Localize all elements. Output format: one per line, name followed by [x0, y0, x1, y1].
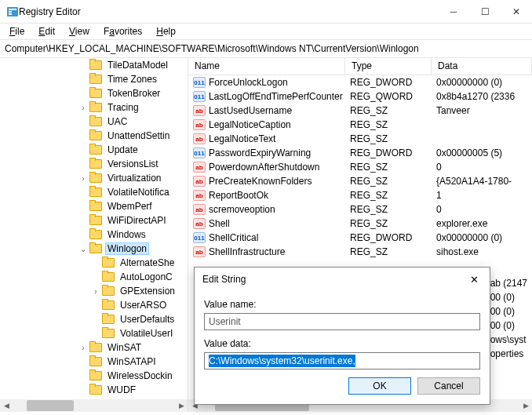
menu-edit[interactable]: Edit [32, 24, 61, 38]
value-data: sihost.exe [432, 245, 532, 259]
tree-item[interactable]: ›UserDefaults [0, 312, 188, 326]
value-row[interactable]: abLegalNoticeCaptionREG_SZ [188, 118, 532, 132]
value-row[interactable]: abReportBootOkREG_SZ1 [188, 188, 532, 202]
tree-item[interactable]: ›Time Zones [0, 72, 188, 86]
value-name: ShellInfrastructure [209, 246, 285, 257]
scroll-right-icon[interactable]: ▶ [175, 402, 188, 410]
value-row[interactable]: 011ForceUnlockLogonREG_DWORD0x00000000 (… [188, 75, 532, 89]
value-row[interactable]: abLegalNoticeTextREG_SZ [188, 132, 532, 146]
value-type: REG_SZ [345, 174, 432, 188]
tree-item[interactable]: ›AlternateShe [0, 256, 188, 270]
tree-item-label: TileDataModel [105, 59, 170, 71]
tree-hscrollbar[interactable]: ◀ ▶ [0, 399, 188, 412]
tree-item[interactable]: ⌄Winlogon [0, 242, 188, 256]
chevron-right-icon[interactable]: › [78, 104, 88, 112]
tree-item-label: Update [105, 144, 140, 156]
value-row[interactable]: abPreCreateKnownFoldersREG_SZ{A520A1A4-1… [188, 174, 532, 188]
tree-item[interactable]: ›VolatileUserI [0, 326, 188, 340]
tree-item-label: AutoLogonC [118, 271, 175, 283]
value-row[interactable]: 011PasswordExpiryWarningREG_DWORD0x00000… [188, 146, 532, 160]
value-name: PasswordExpiryWarning [209, 147, 311, 158]
value-name-input[interactable]: Userinit [204, 313, 480, 330]
value-name-label: Value name: [204, 299, 480, 310]
value-row[interactable]: abscremoveoptionREG_SZ0 [188, 202, 532, 217]
tree-item[interactable]: ›WinSATAPI [0, 355, 188, 369]
tree-item[interactable]: ›Update [0, 143, 188, 157]
string-value-icon: ab [193, 204, 206, 215]
value-row[interactable]: 011ShellCriticalREG_DWORD0x00000000 (0) [188, 231, 532, 245]
scroll-left-icon[interactable]: ◀ [0, 402, 13, 410]
column-name[interactable]: Name [188, 58, 345, 75]
tree-item[interactable]: ›Windows [0, 228, 188, 242]
scroll-right-icon[interactable]: ▶ [519, 402, 532, 410]
tree-item-label: Winlogon [105, 242, 149, 255]
value-name: LegalNoticeText [209, 133, 275, 144]
cancel-button[interactable]: Cancel [417, 377, 480, 395]
tree-item[interactable]: ›AutoLogonC [0, 270, 188, 284]
obscured-fragment: ows\syst [490, 333, 527, 347]
tree-item[interactable]: ›WinSAT [0, 340, 188, 355]
folder-icon [89, 385, 102, 395]
ok-button[interactable]: OK [348, 377, 411, 395]
menu-help[interactable]: Help [150, 24, 182, 38]
chevron-down-icon[interactable]: ⌄ [78, 245, 88, 253]
tree-item-label: VolatileNotifica [105, 186, 172, 198]
dialog-close-icon[interactable]: ✕ [463, 274, 485, 286]
tree-item[interactable]: ›Tracing [0, 100, 188, 115]
obscured-list-fragment: ab (214700 (0)00 (0)00 (0)ows\systoperti… [490, 276, 527, 361]
tree-item-label: VolatileUserI [118, 327, 175, 340]
value-row[interactable]: abPowerdownAfterShutdownREG_SZ0 [188, 160, 532, 174]
address-bar[interactable]: Computer\HKEY_LOCAL_MACHINE\SOFTWARE\Mic… [0, 39, 532, 58]
folder-icon [102, 286, 115, 296]
tree-item[interactable]: ›VersionsList [0, 157, 188, 171]
tree-item-label: WiFiDirectAPI [105, 214, 169, 227]
tree-item[interactable]: ›TokenBroker [0, 86, 188, 100]
folder-icon [89, 159, 102, 169]
tree-item-label: AlternateShe [118, 257, 177, 269]
value-data-input[interactable]: C:\Windows\system32\userinit.exe, [204, 352, 480, 369]
chevron-right-icon[interactable]: › [78, 344, 88, 352]
tree-item[interactable]: ›UserARSO [0, 298, 188, 312]
string-value-icon: ab [193, 176, 206, 187]
value-type: REG_SZ [345, 118, 432, 132]
menu-bar: File Edit View Favorites Help [0, 24, 532, 39]
value-row[interactable]: 011LastLogOffEndTimePerfCounterREG_QWORD… [188, 89, 532, 104]
folder-icon [89, 60, 102, 70]
value-row[interactable]: abShellREG_SZexplorer.exe [188, 217, 532, 231]
list-header[interactable]: Name Type Data [188, 58, 532, 75]
column-data[interactable]: Data [432, 58, 532, 75]
menu-favorites[interactable]: Favorites [97, 24, 148, 38]
tree-item-label: WinSAT [105, 341, 144, 354]
value-name: ReportBootOk [209, 190, 268, 201]
tree-item[interactable]: ›UnattendSettin [0, 129, 188, 143]
value-type: REG_SZ [345, 202, 432, 217]
tree-item[interactable]: ›GPExtension [0, 284, 188, 298]
tree-item[interactable]: ›UAC [0, 115, 188, 129]
dialog-titlebar[interactable]: Edit String ✕ [195, 268, 490, 291]
minimize-button[interactable]: ─ [438, 0, 469, 23]
folder-icon [89, 244, 102, 253]
tree-item[interactable]: ›WbemPerf [0, 199, 188, 213]
tree-item[interactable]: ›WiFiDirectAPI [0, 213, 188, 228]
tree-item-label: WbemPerf [105, 200, 155, 213]
tree-item[interactable]: ›WUDF [0, 383, 188, 397]
tree-item[interactable]: ›Virtualization [0, 171, 188, 185]
menu-file[interactable]: File [3, 24, 31, 38]
scroll-thumb[interactable] [27, 400, 74, 411]
close-button[interactable]: ✕ [501, 0, 532, 23]
chevron-right-icon[interactable]: › [91, 287, 100, 296]
registry-tree[interactable]: ›TileDataModel›Time Zones›TokenBroker›Tr… [0, 58, 188, 399]
tree-item[interactable]: ›VolatileNotifica [0, 185, 188, 199]
tree-item[interactable]: ›WirelessDockin [0, 369, 188, 383]
value-row[interactable]: abLastUsedUsernameREG_SZTanveer [188, 104, 532, 118]
folder-icon [102, 300, 115, 310]
menu-view[interactable]: View [63, 24, 96, 38]
tree-item[interactable]: ›TileDataModel [0, 58, 188, 72]
value-name: PowerdownAfterShutdown [209, 162, 319, 173]
value-name: LastLogOffEndTimePerfCounter [209, 91, 343, 102]
value-row[interactable]: abShellInfrastructureREG_SZsihost.exe [188, 245, 532, 259]
column-type[interactable]: Type [345, 58, 432, 75]
maximize-button[interactable]: ☐ [469, 0, 501, 23]
folder-icon [102, 258, 115, 268]
chevron-right-icon[interactable]: › [78, 174, 88, 183]
